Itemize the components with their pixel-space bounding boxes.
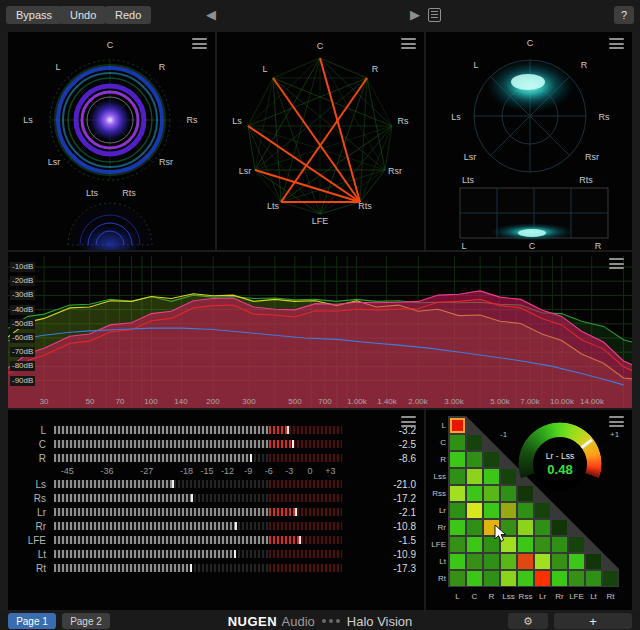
meter-scale-label: -15	[201, 466, 214, 476]
matrix-cell-Rt-Rt[interactable]	[603, 571, 618, 586]
gauge-pair-label: Lr - Lss	[546, 451, 574, 461]
meter-red-zone	[269, 494, 342, 502]
matrix-cell-Rt-Lt[interactable]	[586, 571, 601, 586]
matrix-cell-Lt-Lt[interactable]	[586, 554, 601, 569]
freq-axis-label: 10.00k	[550, 397, 574, 406]
meter-scale-label: -9	[244, 466, 252, 476]
help-button[interactable]: ?	[614, 6, 634, 24]
matrix-cell-C-L[interactable]	[450, 435, 465, 450]
matrix-cell-LFE-Lr[interactable]	[535, 537, 550, 552]
matrix-cell-Rr-Rr[interactable]	[552, 520, 567, 535]
matrix-cell-Lss-L[interactable]	[450, 469, 465, 484]
meter-value: -2.5	[342, 439, 424, 450]
matrix-cell-Lt-LFE[interactable]	[569, 554, 584, 569]
web-mesh-line	[281, 170, 385, 202]
matrix-cell-LFE-Rr[interactable]	[552, 537, 567, 552]
matrix-cell-Lr-C[interactable]	[467, 503, 482, 518]
matrix-cell-Rt-Rr[interactable]	[552, 571, 567, 586]
channel-label: Rts	[579, 175, 593, 185]
meter-value: -17.2	[342, 493, 424, 504]
matrix-row-label: Lss	[426, 472, 446, 481]
matrix-cell-R-L[interactable]	[450, 452, 465, 467]
matrix-cell-Lt-Rss[interactable]	[518, 554, 533, 569]
web-mesh-line	[248, 126, 385, 170]
matrix-cell-Rt-Lss[interactable]	[501, 571, 516, 586]
matrix-col-label: Rr	[552, 592, 567, 601]
matrix-cell-Lt-Lss[interactable]	[501, 554, 516, 569]
spectrum-visualization	[8, 252, 632, 408]
meter-red-zone	[269, 522, 342, 530]
bypass-button[interactable]: Bypass	[6, 6, 62, 24]
channel-label: Lsr	[239, 166, 252, 176]
freq-axis-label: 50	[86, 397, 95, 406]
freq-axis-label: 5.00k	[490, 397, 510, 406]
matrix-cell-Rss-R[interactable]	[484, 486, 499, 501]
matrix-cell-Lt-R[interactable]	[484, 554, 499, 569]
panel-menu-icon[interactable]	[609, 38, 624, 49]
matrix-cell-Rr-Rss[interactable]	[518, 520, 533, 535]
matrix-cell-Rss-L[interactable]	[450, 486, 465, 501]
matrix-cell-Lt-Lr[interactable]	[535, 554, 550, 569]
matrix-cell-Rt-Lr[interactable]	[535, 571, 550, 586]
channel-label: Lsr	[464, 152, 477, 162]
panel-menu-icon[interactable]	[401, 416, 416, 427]
matrix-cell-Lr-R[interactable]	[484, 503, 499, 518]
meter-channel-label: R	[16, 453, 46, 464]
freq-axis-label: 700	[318, 397, 331, 406]
level-meter	[54, 564, 342, 572]
matrix-cell-Lt-Rr[interactable]	[552, 554, 567, 569]
matrix-cell-LFE-L[interactable]	[450, 537, 465, 552]
matrix-cell-Lss-Lss[interactable]	[501, 469, 516, 484]
matrix-cell-Rss-C[interactable]	[467, 486, 482, 501]
matrix-cell-R-C[interactable]	[467, 452, 482, 467]
brand-name: NUGEN	[228, 614, 277, 629]
level-meter	[54, 440, 342, 448]
channel-label: C	[527, 38, 534, 48]
matrix-cell-Lr-L[interactable]	[450, 503, 465, 518]
matrix-cell-C-C[interactable]	[467, 435, 482, 450]
meter-value: -2.1	[342, 507, 424, 518]
matrix-cell-R-R[interactable]	[484, 452, 499, 467]
preset-prev-icon[interactable]: ◀	[206, 7, 216, 22]
channel-label: Rts	[358, 201, 372, 211]
matrix-cell-Rt-R[interactable]	[484, 571, 499, 586]
matrix-cell-Rt-C[interactable]	[467, 571, 482, 586]
meter-row-Lt: Lt-10.9	[8, 547, 424, 561]
matrix-cell-Rt-L[interactable]	[450, 571, 465, 586]
matrix-cell-Lr-Lss[interactable]	[501, 503, 516, 518]
matrix-cell-Lt-L[interactable]	[450, 554, 465, 569]
level-meter	[54, 536, 342, 544]
level-meter	[54, 508, 342, 516]
matrix-cell-Rr-Lr[interactable]	[535, 520, 550, 535]
matrix-cell-Rss-Lss[interactable]	[501, 486, 516, 501]
matrix-cell-Rt-Rss[interactable]	[518, 571, 533, 586]
matrix-cell-Lss-R[interactable]	[484, 469, 499, 484]
meter-peak-marker	[299, 536, 301, 544]
add-panel-button[interactable]: +	[554, 613, 632, 629]
matrix-cell-Rt-LFE[interactable]	[569, 571, 584, 586]
level-meter	[54, 550, 342, 558]
panel-menu-icon[interactable]	[401, 38, 416, 49]
matrix-cell-Rr-L[interactable]	[450, 520, 465, 535]
matrix-cell-LFE-C[interactable]	[467, 537, 482, 552]
preset-list-icon[interactable]	[428, 8, 441, 22]
matrix-cell-L-L[interactable]	[450, 418, 465, 433]
meter-channel-label: LFE	[16, 535, 46, 546]
matrix-cell-Lt-C[interactable]	[467, 554, 482, 569]
channel-label: Ls	[451, 112, 461, 122]
matrix-cell-LFE-Rss[interactable]	[518, 537, 533, 552]
matrix-cell-Lss-C[interactable]	[467, 469, 482, 484]
meter-channel-label: Ls	[16, 479, 46, 490]
channel-label: R	[372, 64, 379, 74]
matrix-cell-LFE-LFE[interactable]	[569, 537, 584, 552]
undo-button[interactable]: Undo	[60, 6, 106, 24]
panel-menu-icon[interactable]	[609, 258, 624, 269]
preset-next-icon[interactable]: ▶	[410, 7, 420, 22]
panel-menu-icon[interactable]	[192, 38, 207, 49]
freq-axis-label: 2.00k	[408, 397, 428, 406]
panel-menu-icon[interactable]	[609, 416, 624, 427]
matrix-cell-Rr-C[interactable]	[467, 520, 482, 535]
settings-button[interactable]: ⚙	[508, 613, 548, 629]
redo-button[interactable]: Redo	[105, 6, 151, 24]
meter-row-Ls: Ls-21.0	[8, 477, 424, 491]
